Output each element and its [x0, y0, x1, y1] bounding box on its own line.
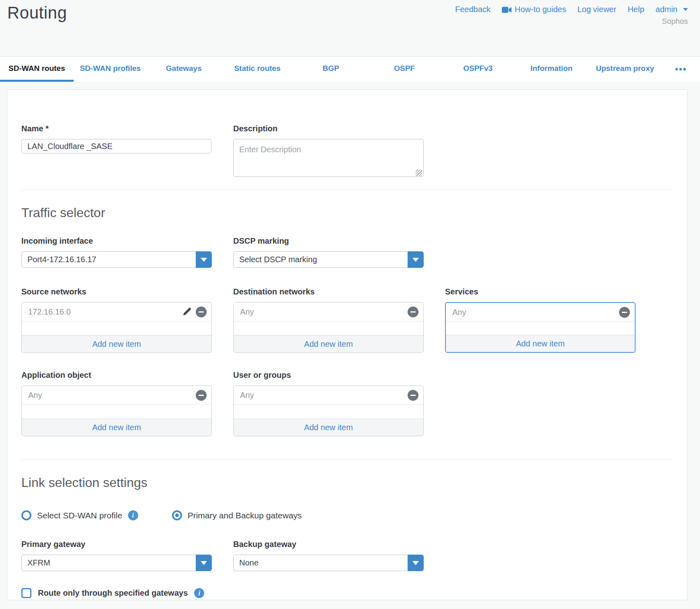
- destination-networks-list: Any Add new item: [233, 302, 424, 353]
- howto-guides-link[interactable]: How-to guides: [502, 5, 566, 14]
- radio-sdwan-profile-label: Select SD-WAN profile: [37, 511, 122, 520]
- info-icon[interactable]: i: [128, 510, 138, 520]
- add-new-item-button[interactable]: Add new item: [22, 335, 211, 352]
- list-item: 172.16.16.0: [22, 302, 211, 321]
- services-label: Services: [445, 287, 636, 296]
- tab-ospfv3[interactable]: OSPFv3: [441, 57, 515, 82]
- resize-grip[interactable]: [416, 170, 422, 176]
- tab-gateways[interactable]: Gateways: [147, 57, 221, 82]
- destination-networks-label: Destination networks: [233, 287, 424, 296]
- primary-gateway-select[interactable]: XFRM: [21, 555, 212, 571]
- add-new-item-button[interactable]: Add new item: [234, 418, 423, 436]
- description-label: Description: [233, 124, 424, 133]
- source-networks-list: 172.16.16.0 Add new item: [21, 302, 212, 353]
- log-viewer-link[interactable]: Log viewer: [578, 5, 617, 14]
- radio-sdwan-profile[interactable]: [21, 510, 31, 520]
- name-label: Name *: [21, 124, 212, 133]
- backup-gateway-label: Backup gateway: [233, 540, 424, 549]
- primary-gateway-label: Primary gateway: [21, 540, 212, 549]
- sdwan-route-form: Name * Description Traffic selector Inco…: [7, 89, 688, 600]
- edit-icon[interactable]: [182, 307, 192, 317]
- remove-item-icon[interactable]: [619, 307, 630, 318]
- services-list: Any Add new item: [445, 302, 636, 353]
- user-or-groups-label: User or groups: [233, 371, 424, 380]
- dscp-marking-select[interactable]: Select DSCP marking: [233, 251, 424, 268]
- add-new-item-button[interactable]: Add new item: [22, 418, 211, 436]
- radio-primary-backup-label: Primary and Backup gateways: [188, 511, 302, 520]
- add-new-item-button[interactable]: Add new item: [234, 335, 423, 352]
- route-only-checkbox-label: Route only through specified gateways: [38, 588, 188, 598]
- chevron-down-icon[interactable]: [408, 251, 424, 268]
- description-input[interactable]: [233, 139, 424, 177]
- name-input[interactable]: [21, 139, 211, 153]
- tab-ospf[interactable]: OSPF: [368, 57, 441, 82]
- tab-bar: SD-WAN routes SD-WAN profiles Gateways S…: [0, 56, 700, 82]
- feedback-link[interactable]: Feedback: [455, 5, 491, 14]
- traffic-selector-heading: Traffic selector: [21, 205, 673, 220]
- info-icon[interactable]: i: [194, 588, 204, 598]
- user-or-groups-list: Any Add new item: [233, 385, 424, 436]
- more-tabs-button[interactable]: •••: [662, 57, 700, 82]
- source-networks-label: Source networks: [21, 287, 212, 296]
- link-selection-heading: Link selection settings: [21, 475, 673, 490]
- list-item: Any: [234, 302, 423, 321]
- add-new-item-button[interactable]: Add new item: [446, 335, 635, 352]
- admin-menu[interactable]: admin: [656, 5, 688, 14]
- video-camera-icon: [502, 6, 512, 13]
- section-divider: [21, 460, 673, 460]
- application-object-label: Application object: [21, 371, 212, 380]
- tab-sdwan-routes[interactable]: SD-WAN routes: [0, 57, 74, 82]
- tab-sdwan-profiles[interactable]: SD-WAN profiles: [74, 57, 147, 82]
- tab-information[interactable]: Information: [515, 57, 588, 82]
- section-divider: [21, 190, 673, 190]
- chevron-down-icon[interactable]: [196, 251, 212, 268]
- help-link[interactable]: Help: [628, 5, 644, 14]
- list-item: Any: [22, 386, 211, 405]
- tab-bgp[interactable]: BGP: [294, 57, 368, 82]
- list-item: Any: [234, 386, 423, 405]
- incoming-interface-label: Incoming interface: [21, 236, 212, 246]
- application-object-list: Any Add new item: [21, 385, 212, 436]
- tab-static-routes[interactable]: Static routes: [221, 57, 294, 82]
- remove-item-icon[interactable]: [196, 390, 207, 401]
- remove-item-icon[interactable]: [408, 390, 418, 401]
- radio-primary-backup-gateways[interactable]: [172, 510, 182, 520]
- chevron-down-icon[interactable]: [408, 555, 424, 571]
- chevron-down-icon: [683, 8, 688, 11]
- route-only-checkbox[interactable]: [21, 588, 31, 598]
- backup-gateway-select[interactable]: None: [233, 555, 424, 571]
- header-links: Feedback How-to guides Log viewer Help a…: [455, 5, 688, 14]
- tab-upstream-proxy[interactable]: Upstream proxy: [588, 57, 662, 82]
- chevron-down-icon[interactable]: [196, 555, 212, 571]
- list-item: Any: [446, 303, 635, 322]
- dscp-marking-label: DSCP marking: [233, 236, 424, 246]
- remove-item-icon[interactable]: [196, 307, 207, 317]
- remove-item-icon[interactable]: [408, 307, 418, 317]
- page-header: Routing Feedback How-to guides Log viewe…: [0, 0, 700, 56]
- page-title: Routing: [7, 3, 67, 23]
- brand-label: Sophos: [662, 17, 688, 26]
- incoming-interface-select[interactable]: Port4-172.16.16.17: [21, 251, 212, 268]
